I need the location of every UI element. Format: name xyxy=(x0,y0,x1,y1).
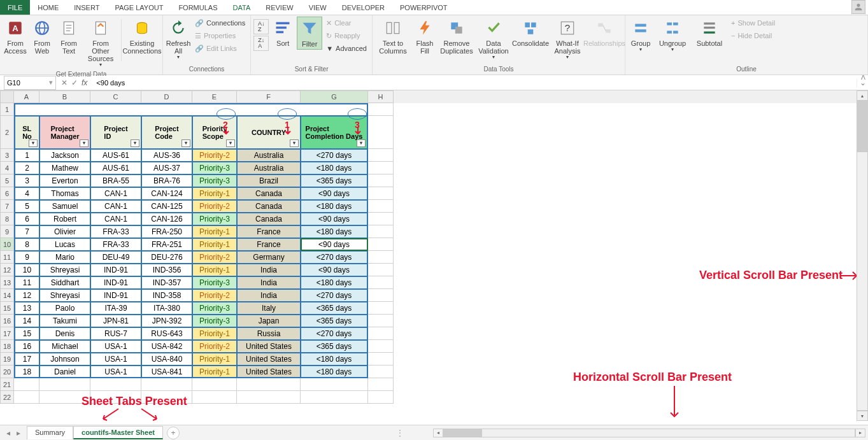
sheet-tab[interactable]: Summary xyxy=(27,426,73,439)
table-cell[interactable]: 10 xyxy=(14,264,39,276)
table-cell[interactable]: Priority-3 xyxy=(192,302,237,315)
table-cell[interactable]: Takumi xyxy=(39,315,90,327)
cell[interactable] xyxy=(368,187,394,200)
table-cell[interactable]: Priority-3 xyxy=(192,315,237,327)
group-button[interactable]: Group▾ xyxy=(628,17,653,54)
cell[interactable] xyxy=(368,302,394,315)
column-header-F[interactable]: F xyxy=(237,90,301,103)
table-cell[interactable]: <365 days xyxy=(301,174,368,187)
table-header-pcode[interactable]: ProjectCode▾ xyxy=(141,116,192,149)
from-text-button[interactable]: From Text xyxy=(56,17,82,56)
table-cell[interactable]: USA-1 xyxy=(90,340,141,353)
scroll-thumb[interactable] xyxy=(444,429,482,437)
connections-button[interactable]: 🔗Connections xyxy=(192,17,248,29)
column-header-D[interactable]: D xyxy=(141,90,192,103)
sheet-tab[interactable]: countifs-Master Sheet xyxy=(73,426,163,439)
row-header[interactable]: 19 xyxy=(0,353,14,365)
table-cell[interactable]: Daniel xyxy=(39,365,90,378)
table-header-sl[interactable]: SLNo▾ xyxy=(14,116,39,149)
table-cell[interactable]: Russia xyxy=(237,327,301,340)
table-cell[interactable]: Japan xyxy=(237,315,301,327)
table-cell[interactable]: Lucas xyxy=(39,238,90,251)
table-cell[interactable]: <270 days xyxy=(301,251,368,264)
table-cell[interactable]: JPN-392 xyxy=(141,315,192,327)
table-cell[interactable]: USA-1 xyxy=(90,365,141,378)
table-cell[interactable]: BRA-55 xyxy=(90,174,141,187)
table-cell[interactable]: Priority-3 xyxy=(192,162,237,174)
table-cell[interactable]: <365 days xyxy=(301,302,368,315)
reapply-button[interactable]: ↻Reapply xyxy=(324,29,369,42)
column-header-G[interactable]: G xyxy=(301,90,368,103)
table-cell[interactable]: CAN-125 xyxy=(141,200,192,213)
filter-dropdown-button[interactable]: ▾ xyxy=(226,139,235,147)
row-header[interactable]: 4 xyxy=(0,162,14,174)
flash-fill-button[interactable]: Flash Fill xyxy=(412,17,438,56)
table-cell[interactable]: FRA-251 xyxy=(141,238,192,251)
table-cell[interactable]: FRA-33 xyxy=(90,238,141,251)
table-cell[interactable]: <270 days xyxy=(301,149,368,162)
table-cell[interactable]: <180 days xyxy=(301,276,368,289)
scroll-track[interactable] xyxy=(443,429,855,437)
tab-home[interactable]: HOME xyxy=(30,0,66,15)
table-cell[interactable]: AUS-37 xyxy=(141,162,192,174)
row-header[interactable]: 1 xyxy=(0,103,14,116)
table-cell[interactable]: IND-356 xyxy=(141,264,192,276)
sort-az-button[interactable]: A↓Z xyxy=(253,19,269,34)
table-cell[interactable]: <180 days xyxy=(301,225,368,238)
table-header-country[interactable]: COUNTRY▾ xyxy=(237,116,301,149)
table-cell[interactable]: IND-91 xyxy=(90,264,141,276)
table-cell[interactable]: Shreyasi xyxy=(39,289,90,302)
tab-review[interactable]: REVIEW xyxy=(258,0,301,15)
name-box[interactable]: G10▾ xyxy=(4,76,56,90)
tab-formulas[interactable]: FORMULAS xyxy=(171,0,225,15)
table-cell[interactable]: JPN-81 xyxy=(90,315,141,327)
table-cell[interactable]: 16 xyxy=(14,340,39,353)
cell[interactable] xyxy=(368,200,394,213)
clear-button[interactable]: ✕Clear xyxy=(324,17,369,29)
from-access-button[interactable]: AFrom Access xyxy=(3,17,28,56)
scroll-up-button[interactable]: ▴ xyxy=(857,90,868,101)
table-cell[interactable]: ITA-380 xyxy=(141,302,192,315)
cell[interactable] xyxy=(90,378,141,391)
subtotal-button[interactable]: Subtotal xyxy=(692,17,727,48)
vertical-scrollbar[interactable]: ▴ ▾ xyxy=(857,90,868,421)
table-cell[interactable]: <365 days xyxy=(301,315,368,327)
table-cell[interactable]: <90 days xyxy=(301,264,368,276)
column-header-E[interactable]: E xyxy=(192,90,237,103)
cell[interactable] xyxy=(192,391,237,404)
ungroup-button[interactable]: Ungroup▾ xyxy=(655,17,690,54)
table-cell[interactable]: Siddhart xyxy=(39,276,90,289)
cell[interactable] xyxy=(14,391,39,404)
tab-developer[interactable]: DEVELOPER xyxy=(334,0,392,15)
table-cell[interactable]: USA-842 xyxy=(141,340,192,353)
scroll-right-button[interactable]: ▸ xyxy=(855,429,865,437)
table-cell[interactable]: <270 days xyxy=(301,289,368,302)
advanced-button[interactable]: ▼Advanced xyxy=(324,42,369,55)
table-cell[interactable]: IND-358 xyxy=(141,289,192,302)
cell[interactable] xyxy=(368,315,394,327)
cancel-formula-button[interactable]: ✕ xyxy=(61,78,68,87)
cell[interactable] xyxy=(368,340,394,353)
consolidate-button[interactable]: Consolidate xyxy=(513,17,548,48)
cell[interactable] xyxy=(237,391,301,404)
table-cell[interactable]: France xyxy=(237,238,301,251)
table-cell[interactable]: Michael xyxy=(39,340,90,353)
row-header[interactable]: 11 xyxy=(0,251,14,264)
table-cell[interactable]: DEU-276 xyxy=(141,251,192,264)
row-header[interactable]: 2 xyxy=(0,116,14,149)
table-cell[interactable]: AUS-61 xyxy=(90,149,141,162)
tab-split-handle[interactable]: ⋮ xyxy=(396,429,404,437)
row-header[interactable]: 8 xyxy=(0,213,14,225)
table-cell[interactable]: 6 xyxy=(14,213,39,225)
row-header[interactable]: 14 xyxy=(0,289,14,302)
table-cell[interactable]: Olivier xyxy=(39,225,90,238)
table-cell[interactable]: 4 xyxy=(14,187,39,200)
table-cell[interactable]: Samuel xyxy=(39,200,90,213)
table-cell[interactable]: 5 xyxy=(14,200,39,213)
table-cell[interactable]: <90 days xyxy=(301,238,368,251)
table-cell[interactable]: Priority-1 xyxy=(192,225,237,238)
edit-links-button[interactable]: 🔗Edit Links xyxy=(192,42,248,55)
table-cell[interactable]: Robert xyxy=(39,213,90,225)
table-cell[interactable]: Australia xyxy=(237,162,301,174)
table-cell[interactable]: Italy xyxy=(237,302,301,315)
